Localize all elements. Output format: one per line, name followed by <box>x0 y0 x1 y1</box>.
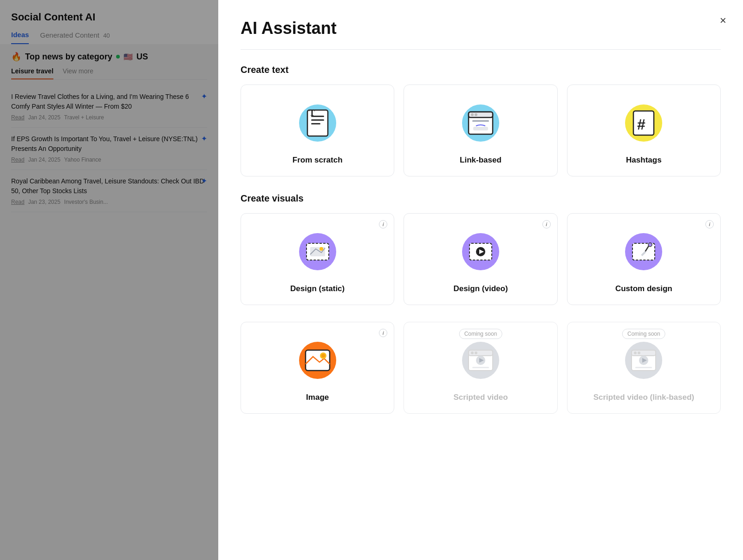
card-icon-image <box>294 337 341 384</box>
svg-point-29 <box>475 352 477 354</box>
info-icon-design-video[interactable]: i <box>542 220 551 228</box>
svg-point-28 <box>471 352 474 354</box>
svg-point-35 <box>634 352 637 354</box>
create-text-heading: Create text <box>241 65 721 75</box>
design-static-svg <box>301 235 334 268</box>
card-icon-scripted-video <box>457 337 504 384</box>
svg-rect-2 <box>311 119 324 121</box>
card-from-scratch[interactable]: T From scratch <box>241 85 394 176</box>
modal-title: AI Assistant <box>241 19 721 38</box>
svg-point-21 <box>648 243 652 247</box>
svg-point-7 <box>471 113 474 116</box>
svg-rect-32 <box>472 367 489 368</box>
card-design-video[interactable]: i Design (video) <box>404 213 557 305</box>
modal-divider <box>241 49 721 50</box>
design-video-svg <box>464 235 497 268</box>
card-link-based[interactable]: Link-based <box>404 85 557 176</box>
card-icon-from-scratch: T <box>294 100 341 146</box>
card-label-design-video: Design (video) <box>453 284 508 293</box>
card-design-static[interactable]: i Design (static) <box>241 213 394 305</box>
card-icon-design-static <box>294 228 341 275</box>
create-visuals-section: Create visuals i Design (static) <box>241 193 721 414</box>
scripted-video-svg <box>464 344 497 377</box>
card-label-link-based: Link-based <box>460 156 502 165</box>
svg-point-8 <box>475 113 477 116</box>
svg-point-15 <box>319 247 323 251</box>
create-visuals-cards-row1: i Design (static) i <box>241 213 721 305</box>
svg-rect-9 <box>472 120 489 122</box>
card-icon-hashtags: # <box>620 100 667 146</box>
card-icon-design-video <box>457 228 504 275</box>
svg-text:#: # <box>637 116 645 133</box>
card-label-design-static: Design (static) <box>290 284 345 293</box>
close-button[interactable]: × <box>720 15 726 26</box>
card-label-custom-design: Custom design <box>615 284 672 293</box>
card-label-from-scratch: From scratch <box>293 156 343 165</box>
card-image[interactable]: i Image <box>241 322 394 414</box>
card-icon-scripted-video-link <box>620 337 667 384</box>
svg-point-25 <box>321 354 325 358</box>
info-icon-design-static[interactable]: i <box>379 220 387 228</box>
create-visuals-heading: Create visuals <box>241 193 721 204</box>
link-based-svg <box>464 106 497 140</box>
card-label-scripted-video: Scripted video <box>453 393 508 402</box>
svg-rect-3 <box>311 123 320 124</box>
card-label-hashtags: Hashtags <box>626 156 662 165</box>
custom-design-svg <box>627 235 660 268</box>
card-scripted-video-link: Coming soon Scripted video (link-based) <box>567 322 721 414</box>
svg-point-36 <box>638 352 640 354</box>
card-hashtags[interactable]: # Hashtags <box>567 85 721 176</box>
create-text-section: Create text T From scratch <box>241 65 721 176</box>
info-icon-custom-design[interactable]: i <box>705 220 714 228</box>
card-scripted-video: Coming soon Scripted video <box>404 322 557 414</box>
create-text-cards: T From scratch <box>241 85 721 176</box>
hashtags-svg: # <box>627 106 660 140</box>
from-scratch-svg: T <box>301 106 334 140</box>
card-icon-custom-design <box>620 228 667 275</box>
scripted-video-link-svg <box>627 344 660 377</box>
card-label-image: Image <box>306 393 329 402</box>
card-icon-link-based <box>457 100 504 146</box>
create-visuals-cards-row2: i Image Coming soon <box>241 322 721 414</box>
ai-assistant-modal: × AI Assistant Create text T From scratc… <box>218 0 743 560</box>
image-svg <box>301 344 334 377</box>
info-icon-image[interactable]: i <box>379 329 387 337</box>
card-label-scripted-video-link: Scripted video (link-based) <box>593 393 694 402</box>
card-custom-design[interactable]: i Custom design <box>567 213 721 305</box>
svg-rect-39 <box>635 367 652 368</box>
svg-rect-10 <box>473 127 488 130</box>
svg-text:T: T <box>309 108 315 117</box>
overlay-dim <box>0 0 218 560</box>
